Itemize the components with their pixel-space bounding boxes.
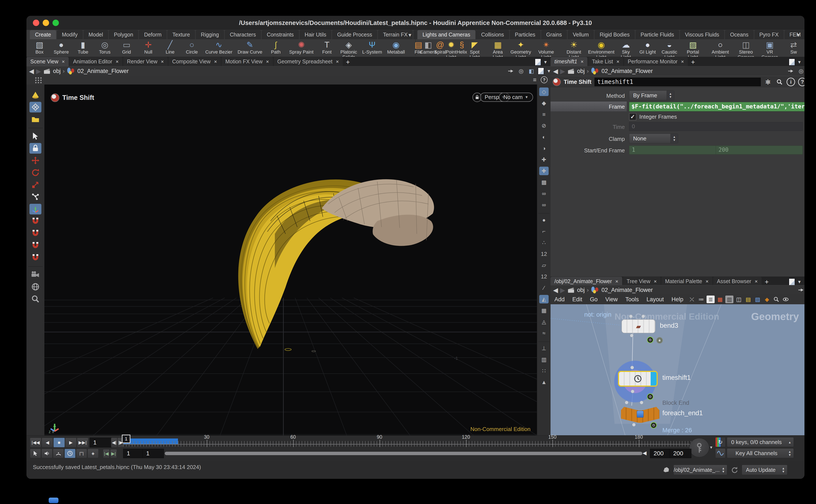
translate-tool-icon[interactable] [29, 155, 41, 166]
motion-trail-icon[interactable] [53, 449, 64, 458]
network-menu-tools[interactable]: Tools [622, 296, 643, 303]
shelf-tab-create[interactable]: Create [30, 30, 56, 39]
view-layout-icon[interactable]: ◇ [539, 87, 549, 96]
shelf-tool-tube[interactable]: ▮Tube [72, 40, 94, 55]
pane-split-icon[interactable] [789, 58, 795, 66]
grid-handle-icon[interactable] [35, 77, 42, 83]
integer-frames-checkbox[interactable]: ✓ [629, 113, 636, 120]
needle-icon[interactable]: ⁄ [539, 284, 549, 292]
shelf-overflow-left-icon[interactable]: ▼ [408, 32, 412, 38]
shelf-tab-grains[interactable]: Grains [541, 30, 567, 39]
add-pane-tab-button[interactable]: + [688, 58, 698, 66]
start-frame-field[interactable]: 1 [629, 146, 717, 154]
viewport-help-icon[interactable]: ? [541, 76, 548, 83]
scene-viewport[interactable]: -1 Time Shift Persp▼ No cam▼ Non-Commerc… [44, 84, 537, 437]
frame-expression-field[interactable]: $F-fit(detail("../foreach_begin1_metadat… [629, 102, 804, 111]
shelf-tool-gi-light[interactable]: ●GI Light [637, 40, 659, 55]
color-palette-icon[interactable]: ▦ [716, 296, 724, 303]
shelf-tab-particle-fluids[interactable]: Particle Fluids [635, 30, 679, 39]
snap-multi-icon[interactable] [29, 252, 41, 263]
range-start-alt-field[interactable]: 1 [143, 449, 164, 458]
step-back-button[interactable]: ◀| [111, 438, 117, 447]
network-menu-layout[interactable]: Layout [643, 296, 668, 303]
memory-usage-icon[interactable] [662, 465, 671, 475]
shelf-tool-curve-bezier[interactable]: ∿Curve Bezier [203, 40, 235, 55]
sticky-note-icon[interactable]: ▤ [744, 296, 752, 303]
shelf-tab-polygon[interactable]: Polygon [109, 30, 138, 39]
range-slider[interactable]: ◀ [165, 452, 642, 455]
set-key-button[interactable] [689, 438, 709, 457]
back-icon[interactable]: ◀ [553, 286, 558, 294]
update-mode-dropdown[interactable]: Auto Update▲▼ [742, 465, 787, 475]
display-volume-icon[interactable]: ▲ [539, 378, 549, 386]
terrain-display-icon[interactable]: ≈ [539, 329, 549, 337]
close-tab-icon[interactable]: × [681, 59, 684, 65]
camera-menu-button[interactable]: No cam▼ [499, 93, 533, 102]
shelf-tab-particles[interactable]: Particles [510, 30, 541, 39]
hide-other-objects-icon[interactable]: ⊘ [539, 121, 549, 130]
next-key-button[interactable]: ▶| [110, 449, 117, 458]
shelf-tab-model[interactable]: Model [83, 30, 108, 39]
pane-split-icon[interactable] [535, 58, 541, 66]
breadcrumb-root[interactable]: obj [577, 287, 585, 293]
node-name-field[interactable]: timeshift1 [595, 78, 761, 86]
shelf-tool-l-system[interactable]: ΨL-System [360, 40, 385, 55]
scale-tool-icon[interactable] [29, 179, 41, 190]
pane-tab-asset-browser[interactable]: Asset Browser× [713, 277, 762, 286]
range-start-field[interactable]: 1 [123, 449, 144, 458]
search-icon[interactable] [775, 78, 784, 86]
pane-menu-icon[interactable]: ▼ [797, 280, 801, 284]
method-dropdown[interactable]: By Frame ▲▼ [629, 90, 674, 100]
close-tab-icon[interactable]: × [116, 59, 119, 65]
back-icon[interactable]: ◀ [29, 67, 34, 75]
breadcrumb-root[interactable]: obj [577, 68, 585, 74]
shelf-tool-sphere[interactable]: ●Sphere [50, 40, 72, 55]
back-icon[interactable]: ◀ [553, 67, 558, 75]
shelf-tool-font[interactable]: TFont [316, 40, 338, 55]
follow-playhead-icon[interactable] [30, 449, 41, 458]
node-input-dot[interactable] [641, 315, 645, 318]
play-reverse-button[interactable]: ◀ [42, 438, 53, 447]
zoom-tool-icon[interactable] [29, 294, 41, 304]
close-tab-icon[interactable]: × [706, 278, 709, 284]
flag-toggle-icon[interactable]: ▩ [539, 178, 549, 186]
forward-icon[interactable]: ▶ [36, 67, 41, 75]
node-input-dot[interactable] [630, 366, 634, 369]
pane-tab-motion-fx-view[interactable]: Motion FX View× [221, 57, 273, 66]
close-tab-icon[interactable]: × [336, 59, 339, 65]
pane-split-icon[interactable] [789, 278, 795, 286]
node-timeshift1[interactable] [618, 371, 658, 387]
shelf-tab-hair-utils[interactable]: Hair Utils [300, 30, 331, 39]
close-tab-icon[interactable]: × [755, 278, 758, 284]
pin-icon[interactable] [507, 67, 515, 75]
pane-tab-performance-monitor[interactable]: Performance Monitor× [624, 57, 688, 66]
close-tab-icon[interactable]: × [266, 59, 269, 65]
key-mode-dropdown[interactable]: Key All Channels▲▼ [727, 448, 794, 458]
close-tab-icon[interactable]: × [62, 59, 65, 65]
node-output-dot[interactable] [632, 423, 636, 427]
node-bend3[interactable]: ▰ [621, 319, 656, 333]
playhead-marker[interactable]: 1 [122, 435, 130, 443]
thumbnail-grid-icon[interactable]: ▥ [725, 296, 733, 303]
display-particles-icon[interactable]: ∷ [539, 367, 549, 375]
display-ladle-icon[interactable]: ⌐ [539, 227, 549, 236]
pane-tab-scene-view[interactable]: Scene View× [26, 57, 69, 66]
realtime-toggle-icon[interactable] [64, 449, 76, 458]
range-end-alt-field[interactable]: 200 [670, 449, 691, 458]
view-tool-icon[interactable] [29, 269, 41, 280]
current-frame-field[interactable]: 1 [90, 438, 113, 447]
pane-tab-animation-editor[interactable]: Animation Editor× [69, 57, 122, 66]
shelf-tool-line[interactable]: ╱Line [159, 40, 181, 55]
display-uv-icon[interactable]: ▥ [539, 355, 549, 364]
shelf-tab-modify[interactable]: Modify [57, 30, 83, 39]
network-editor[interactable]: Non-Commercial Edition Geometry not: ori… [551, 304, 804, 437]
secure-selection-icon[interactable] [29, 143, 41, 154]
shelf-tool-spray-paint[interactable]: ✺Spray Paint [287, 40, 316, 55]
breadcrumb-node[interactable]: 02_Animate_Flower [77, 68, 129, 74]
jump-to-end-button[interactable]: ▶▶| [77, 438, 88, 447]
scene-lights-icon[interactable]: ✚ [539, 167, 549, 175]
breadcrumb-node[interactable]: 02_Animate_Flower [602, 68, 653, 74]
rotate-tool-icon[interactable] [29, 167, 41, 178]
pane-tab-take-list[interactable]: Take List× [588, 57, 623, 66]
close-tab-icon[interactable]: × [616, 59, 619, 65]
